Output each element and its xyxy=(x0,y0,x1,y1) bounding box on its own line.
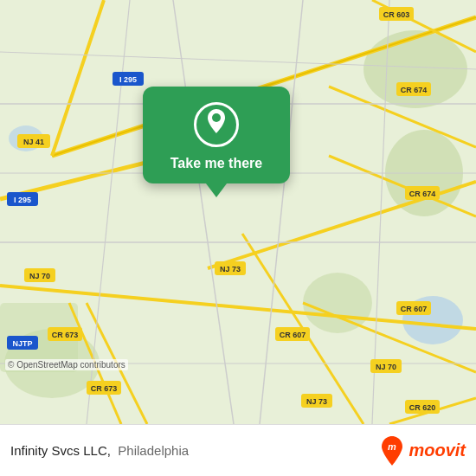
svg-text:m: m xyxy=(389,441,397,452)
location-icon-wrapper xyxy=(194,102,239,147)
bottom-bar: Infinity Svcs LLC, Philadelphia m moovit xyxy=(0,424,476,476)
map-attribution: © OpenStreetMap contributors xyxy=(5,359,128,370)
svg-text:CR 607: CR 607 xyxy=(280,331,306,339)
svg-text:CR 673: CR 673 xyxy=(91,384,118,393)
svg-text:CR 620: CR 620 xyxy=(409,403,436,412)
svg-text:NJTP: NJTP xyxy=(12,339,32,348)
svg-text:NJ 73: NJ 73 xyxy=(220,265,241,273)
svg-text:CR 674: CR 674 xyxy=(401,86,428,94)
svg-point-4 xyxy=(303,273,372,333)
moovit-logo[interactable]: m moovit xyxy=(379,436,466,466)
place-name-line: Infinity Svcs LLC, Philadelphia xyxy=(10,443,379,459)
moovit-text: moovit xyxy=(408,441,466,460)
svg-text:CR 673: CR 673 xyxy=(52,331,79,339)
popup-tail xyxy=(206,183,227,197)
svg-text:CR 674: CR 674 xyxy=(409,190,436,198)
moovit-pin-icon: m xyxy=(379,436,405,466)
svg-text:NJ 70: NJ 70 xyxy=(376,363,396,371)
place-name: Infinity Svcs LLC, xyxy=(10,443,111,458)
svg-point-1 xyxy=(363,30,467,108)
bottom-info: Infinity Svcs LLC, Philadelphia xyxy=(10,443,379,459)
svg-text:CR 603: CR 603 xyxy=(383,10,410,19)
location-pin-icon xyxy=(203,109,229,140)
svg-text:NJ 41: NJ 41 xyxy=(23,138,44,146)
map-area: NJ 41 I 295 I 295 NJ 70 CR 673 CR 673 NJ… xyxy=(0,0,476,424)
svg-point-65 xyxy=(212,113,221,122)
svg-text:NJ 73: NJ 73 xyxy=(306,397,327,406)
svg-text:CR 607: CR 607 xyxy=(401,305,428,313)
popup-bubble[interactable]: Take me there xyxy=(143,87,290,183)
svg-text:NJ 70: NJ 70 xyxy=(29,272,50,280)
svg-text:I 295: I 295 xyxy=(119,75,137,84)
svg-text:I 295: I 295 xyxy=(14,196,31,204)
place-location: Philadelphia xyxy=(118,443,189,458)
map-popup[interactable]: Take me there xyxy=(134,87,299,197)
popup-label: Take me there xyxy=(170,156,262,171)
